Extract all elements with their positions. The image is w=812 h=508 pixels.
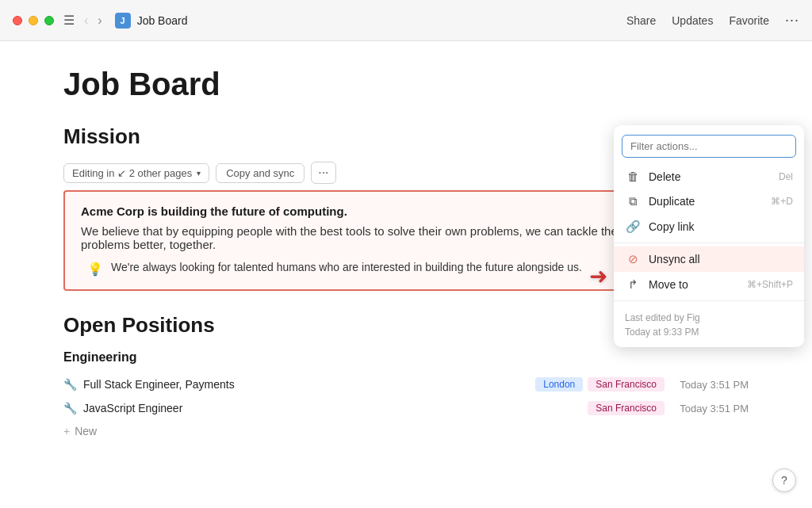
tag-san-francisco-2: San Francisco bbox=[588, 401, 665, 415]
move-to-shortcut: ⌘+Shift+P bbox=[747, 279, 793, 290]
menu-item-delete[interactable]: 🗑 Delete Del bbox=[614, 164, 804, 189]
forward-arrow-icon[interactable]: › bbox=[94, 12, 105, 29]
menu-footer: Last edited by Fig Today at 9:33 PM bbox=[614, 304, 804, 344]
titlebar-actions: Share Updates Favorite ··· bbox=[626, 12, 799, 29]
context-menu: 🗑 Delete Del ⧉ Duplicate ⌘+D 🔗 Copy link… bbox=[614, 125, 804, 347]
chevron-down-icon: ▾ bbox=[197, 169, 201, 178]
delete-label: Delete bbox=[649, 170, 771, 183]
menu-item-duplicate[interactable]: ⧉ Duplicate ⌘+D bbox=[614, 189, 804, 214]
menu-divider bbox=[614, 243, 804, 243]
share-button[interactable]: Share bbox=[626, 14, 656, 27]
job-name-2: JavaScript Engineer bbox=[83, 402, 588, 414]
document-title: Job Board bbox=[63, 67, 749, 102]
maximize-button[interactable] bbox=[44, 16, 54, 25]
engineering-subsection-title: Engineering bbox=[63, 350, 749, 365]
duplicate-label: Duplicate bbox=[649, 195, 763, 208]
updates-button[interactable]: Updates bbox=[672, 14, 713, 27]
plus-icon: + bbox=[63, 425, 70, 437]
menu-item-copy-link[interactable]: 🔗 Copy link bbox=[614, 214, 804, 239]
back-arrow-icon[interactable]: ‹ bbox=[81, 12, 91, 29]
help-button[interactable]: ? bbox=[772, 468, 796, 492]
job-tags: London San Francisco bbox=[535, 377, 665, 392]
move-to-icon: ↱ bbox=[625, 277, 641, 292]
unsync-all-label: Unsync all bbox=[649, 253, 785, 265]
page-icon: J bbox=[115, 13, 131, 29]
move-to-label: Move to bbox=[649, 278, 739, 291]
nav-arrows: ‹ › bbox=[81, 12, 105, 29]
job-time: Today 3:51 PM bbox=[677, 379, 749, 391]
synced-tip-text: We're always looking for talented humans… bbox=[111, 261, 582, 273]
editing-badge[interactable]: Editing in ↙ 2 other pages ▾ bbox=[63, 163, 209, 183]
close-button[interactable] bbox=[13, 16, 22, 25]
table-row: 🔧 Full Stack Engineer, Payments London S… bbox=[63, 372, 749, 396]
footer-line1: Last edited by Fig bbox=[625, 311, 793, 325]
titlebar-page-title: Job Board bbox=[137, 14, 188, 27]
footer-line2: Today at 9:33 PM bbox=[625, 325, 793, 339]
hamburger-icon[interactable]: ☰ bbox=[63, 13, 75, 28]
table-row: 🔧 JavaScript Engineer San Francisco Toda… bbox=[63, 396, 749, 420]
delete-shortcut: Del bbox=[779, 171, 793, 182]
page-icon-letter: J bbox=[121, 16, 125, 25]
duplicate-icon: ⧉ bbox=[625, 194, 641, 208]
arrow-indicator: ➜ bbox=[589, 263, 607, 289]
job-time-2: Today 3:51 PM bbox=[677, 403, 749, 414]
lightbulb-icon: 💡 bbox=[87, 262, 103, 277]
titlebar: ☰ ‹ › J Job Board Share Updates Favorite… bbox=[0, 0, 812, 41]
new-label: New bbox=[75, 425, 97, 437]
menu-item-move-to[interactable]: ↱ Move to ⌘+Shift+P bbox=[614, 272, 804, 297]
minimize-button[interactable] bbox=[29, 16, 38, 25]
job-tags-2: San Francisco bbox=[588, 401, 665, 415]
favorite-button[interactable]: Favorite bbox=[729, 14, 769, 27]
wrench-icon: 🔧 bbox=[63, 378, 77, 391]
job-name: Full Stack Engineer, Payments bbox=[83, 378, 535, 391]
delete-icon: 🗑 bbox=[625, 170, 641, 183]
duplicate-shortcut: ⌘+D bbox=[771, 196, 793, 207]
menu-item-unsync-all[interactable]: ⊘ Unsync all bbox=[614, 246, 804, 272]
unsync-icon: ⊘ bbox=[625, 252, 641, 266]
tag-london: London bbox=[535, 377, 583, 392]
wrench-icon-2: 🔧 bbox=[63, 402, 77, 414]
copy-link-label: Copy link bbox=[649, 220, 785, 233]
traffic-lights bbox=[13, 16, 54, 25]
tag-san-francisco-1: San Francisco bbox=[588, 377, 665, 392]
copy-sync-button[interactable]: Copy and sync bbox=[216, 163, 304, 183]
editing-badge-text: Editing in ↙ 2 other pages bbox=[72, 167, 192, 179]
filter-input-wrapper bbox=[614, 132, 804, 164]
more-actions-button[interactable]: ··· bbox=[785, 12, 799, 29]
menu-footer-divider bbox=[614, 300, 804, 301]
new-row[interactable]: + New bbox=[63, 420, 749, 442]
block-more-button[interactable]: ··· bbox=[311, 162, 335, 184]
link-icon: 🔗 bbox=[625, 220, 641, 234]
filter-input[interactable] bbox=[622, 135, 796, 158]
